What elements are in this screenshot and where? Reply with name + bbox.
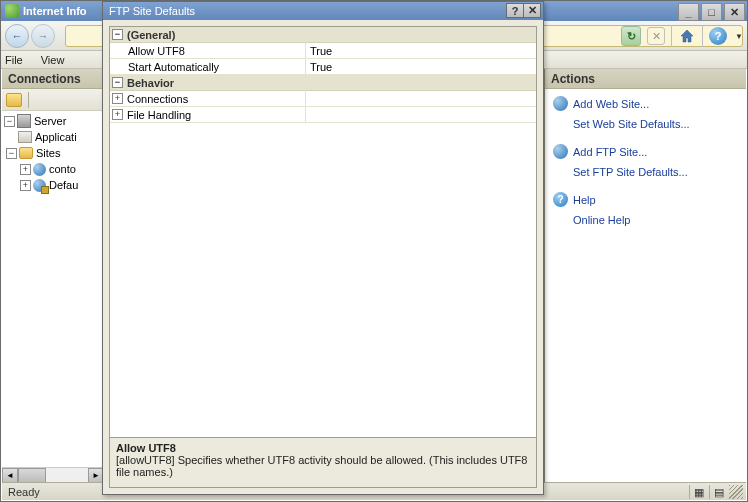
forward-button[interactable]: →: [31, 24, 55, 48]
prop-label: Allow UTF8: [128, 45, 185, 57]
tree-server-node[interactable]: − Server: [4, 113, 102, 129]
tree-site-default[interactable]: + Defau: [4, 177, 102, 193]
dialog-help-button[interactable]: ?: [506, 3, 524, 18]
connections-pane: Connections − Server Applicati −: [2, 69, 105, 483]
scroll-track[interactable]: [18, 468, 88, 483]
tree-apppools-node[interactable]: Applicati: [4, 129, 102, 145]
action-label: Online Help: [573, 214, 630, 226]
tree-label: Defau: [49, 179, 78, 191]
home-button[interactable]: [678, 27, 696, 45]
prop-file-handling[interactable]: +File Handling: [110, 107, 536, 123]
stop-button[interactable]: ✕: [647, 27, 665, 45]
connect-icon[interactable]: [6, 93, 22, 107]
tree-label: conto: [49, 163, 76, 175]
prop-label: File Handling: [127, 109, 191, 121]
dialog-close-button[interactable]: ✕: [523, 3, 541, 18]
menu-view[interactable]: View: [41, 54, 65, 66]
expand-icon[interactable]: −: [4, 116, 15, 127]
toolbar-separator: [671, 25, 672, 47]
prop-allow-utf8[interactable]: Allow UTF8 True: [110, 43, 536, 59]
action-online-help[interactable]: Online Help: [553, 211, 738, 229]
ftp-site-defaults-dialog: FTP Site Defaults ? ✕ −(General) Allow U…: [102, 1, 544, 495]
refresh-button[interactable]: ↻: [621, 26, 641, 46]
property-help-panel: Allow UTF8 [allowUTF8] Specifies whether…: [110, 437, 536, 487]
action-set-ftp-defaults[interactable]: Set FTP Site Defaults...: [553, 163, 738, 181]
toolbar-divider: [28, 92, 29, 108]
action-label: Add Web Site...: [573, 98, 649, 110]
property-grid[interactable]: −(General) Allow UTF8 True Start Automat…: [109, 26, 537, 488]
prop-label: Connections: [127, 93, 188, 105]
actions-header: Actions: [545, 69, 746, 89]
toolbar-separator: [702, 25, 703, 47]
status-text: Ready: [8, 486, 40, 498]
action-help[interactable]: ? Help: [553, 191, 738, 209]
maximize-button[interactable]: □: [701, 3, 722, 21]
prop-start-automatically[interactable]: Start Automatically True: [110, 59, 536, 75]
back-button[interactable]: ←: [5, 24, 29, 48]
action-add-ftp-site[interactable]: Add FTP Site...: [553, 143, 738, 161]
action-label: Set Web Site Defaults...: [573, 118, 690, 130]
expand-icon[interactable]: +: [20, 164, 31, 175]
globe-icon: [553, 96, 568, 111]
help-title: Allow UTF8: [116, 442, 530, 454]
category-label: (General): [127, 29, 175, 41]
sites-folder-icon: [19, 147, 33, 159]
connections-hscrollbar[interactable]: ◄ ►: [2, 467, 104, 483]
main-window-title: Internet Info: [23, 5, 87, 17]
connections-tree[interactable]: − Server Applicati − Sites + conto: [2, 111, 104, 467]
tree-label: Applicati: [35, 131, 77, 143]
collapse-icon[interactable]: −: [112, 77, 123, 88]
content-view-icon[interactable]: ▤: [709, 485, 727, 499]
minimize-button[interactable]: _: [678, 3, 699, 21]
action-set-web-defaults[interactable]: Set Web Site Defaults...: [553, 115, 738, 133]
help-dropdown-icon[interactable]: ▼: [735, 32, 743, 41]
action-label: Set FTP Site Defaults...: [573, 166, 688, 178]
help-description: [allowUTF8] Specifies whether UTF8 activ…: [116, 454, 530, 478]
globe-icon: [553, 144, 568, 159]
expand-icon[interactable]: −: [6, 148, 17, 159]
prop-label: Start Automatically: [128, 61, 219, 73]
actions-pane: Actions Add Web Site... Set Web Site Def…: [544, 69, 746, 483]
dialog-titlebar[interactable]: FTP Site Defaults ? ✕: [103, 2, 543, 20]
expand-icon[interactable]: +: [112, 93, 123, 104]
help-icon: ?: [553, 192, 568, 207]
close-button[interactable]: ✕: [724, 3, 745, 21]
connections-header: Connections: [2, 69, 104, 89]
scroll-left-button[interactable]: ◄: [2, 468, 18, 483]
menu-file[interactable]: File: [5, 54, 23, 66]
category-general[interactable]: −(General): [110, 27, 536, 43]
prop-connections[interactable]: +Connections: [110, 91, 536, 107]
tree-site-contoso[interactable]: + conto: [4, 161, 102, 177]
site-icon: [33, 163, 46, 176]
prop-value[interactable]: True: [310, 45, 332, 57]
help-button[interactable]: ?: [709, 27, 727, 45]
category-behavior[interactable]: −Behavior: [110, 75, 536, 91]
expand-icon[interactable]: +: [20, 180, 31, 191]
scroll-thumb[interactable]: [18, 468, 46, 483]
category-label: Behavior: [127, 77, 174, 89]
apppools-icon: [18, 131, 32, 143]
action-label: Help: [573, 194, 596, 206]
connections-toolbar: [2, 89, 104, 111]
collapse-icon[interactable]: −: [112, 29, 123, 40]
server-icon: [17, 114, 31, 128]
action-add-web-site[interactable]: Add Web Site...: [553, 95, 738, 113]
tree-sites-node[interactable]: − Sites: [4, 145, 102, 161]
resize-grip-icon[interactable]: [729, 485, 743, 499]
features-view-icon[interactable]: ▦: [689, 485, 707, 499]
iis-icon: [5, 4, 19, 18]
tree-label: Server: [34, 115, 66, 127]
prop-value[interactable]: True: [310, 61, 332, 73]
action-label: Add FTP Site...: [573, 146, 647, 158]
site-locked-icon: [33, 179, 46, 192]
expand-icon[interactable]: +: [112, 109, 123, 120]
tree-label: Sites: [36, 147, 60, 159]
dialog-title: FTP Site Defaults: [109, 5, 195, 17]
